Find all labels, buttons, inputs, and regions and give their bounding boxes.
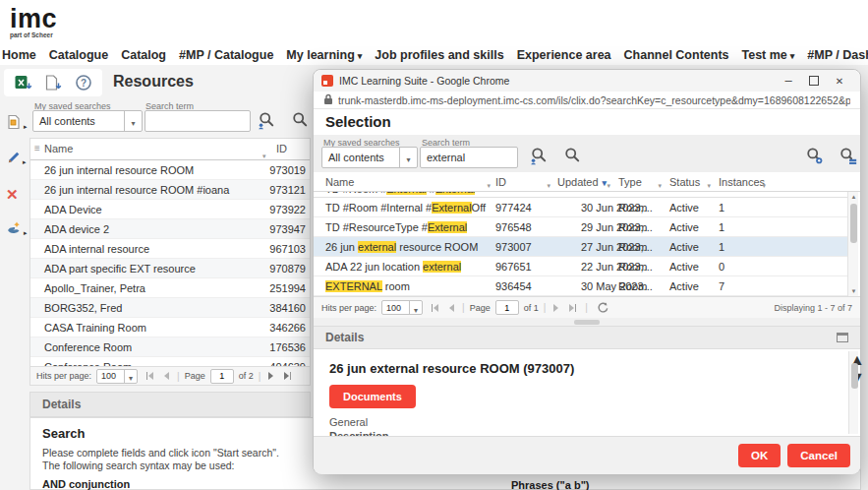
prev-page-button[interactable] xyxy=(449,304,454,312)
hits-per-page-select[interactable]: 100 xyxy=(96,369,138,384)
saved-searches-select[interactable]: All contents xyxy=(32,110,143,132)
nav-item[interactable]: Job profiles and skills xyxy=(375,48,503,62)
saved-searches-select[interactable]: All contents xyxy=(321,147,418,168)
lock-icon xyxy=(323,92,333,109)
nav-item[interactable]: Test me▾ xyxy=(742,48,795,62)
table-row[interactable]: ADA Device973922 xyxy=(30,200,310,219)
column-header-status[interactable]: Status xyxy=(669,172,711,192)
dialog-table-row[interactable]: ADA 22 jun location external96765122 Jun… xyxy=(314,257,849,276)
row-name: ADA part specific EXT resource xyxy=(44,259,196,278)
separator: | xyxy=(462,302,465,313)
start-search-icon[interactable] xyxy=(291,111,310,130)
scrollbar-thumb[interactable] xyxy=(850,204,857,243)
page-number-input[interactable] xyxy=(210,369,234,384)
table-row[interactable]: Conference Room404639 xyxy=(30,357,310,366)
first-page-button[interactable] xyxy=(431,304,438,312)
search-term-input[interactable] xyxy=(420,147,518,168)
table-row[interactable]: ADA internal resource967103 xyxy=(30,239,310,259)
scrollbar-thumb[interactable] xyxy=(851,363,858,389)
nav-item[interactable]: #MP / Dashboards▾ xyxy=(807,48,868,62)
advanced-search-icon[interactable] xyxy=(530,147,549,165)
column-header-updated[interactable]: Updated xyxy=(557,172,610,192)
dialog-table-row[interactable]: TD #ResourceType #External97654829 Jun 2… xyxy=(314,217,849,237)
table-row[interactable]: Conference Room176536 xyxy=(30,337,310,357)
ok-button[interactable]: OK xyxy=(738,444,781,467)
delete-button[interactable] xyxy=(6,177,31,213)
start-search-icon[interactable] xyxy=(563,147,582,165)
column-header-type[interactable]: Type xyxy=(618,172,662,192)
collapse-panel-icon[interactable] xyxy=(837,333,848,342)
maximize-button[interactable] xyxy=(801,72,827,90)
next-page-button[interactable] xyxy=(553,304,558,312)
table-row[interactable]: ADA part specific EXT resource970879 xyxy=(30,259,310,278)
first-page-button[interactable] xyxy=(145,372,153,380)
nav-item[interactable]: My learning▾ xyxy=(286,48,362,62)
nav-item[interactable]: Catalogue xyxy=(49,48,108,62)
column-header-name[interactable]: Name xyxy=(325,172,491,192)
hits-per-page-select[interactable]: 100 xyxy=(381,300,423,315)
table-row[interactable]: BORG352, Fred384160 xyxy=(30,298,310,318)
dialog-table-row[interactable]: EXTERNAL room93645430 May 2023...RoomAct… xyxy=(314,276,849,296)
edit-button[interactable] xyxy=(6,142,31,177)
help-icon[interactable]: ? xyxy=(74,73,93,92)
pencil-icon xyxy=(6,151,21,169)
close-button[interactable] xyxy=(827,72,852,90)
row-id: 967103 xyxy=(269,239,306,259)
dialog-table-row[interactable]: 26 jun external resource ROOM97300727 Ju… xyxy=(314,237,849,257)
row-id: 973007 xyxy=(495,237,532,257)
table-row[interactable]: ADA device 2973947 xyxy=(30,219,310,239)
row-name: Conference Room xyxy=(44,357,132,366)
window-titlebar[interactable]: IMC Learning Suite - Google Chrome xyxy=(314,70,860,92)
column-header-name[interactable]: Name xyxy=(44,143,73,154)
dialog-table-row[interactable]: TD #Room #Internal #ExternalOff97742430 … xyxy=(314,198,849,217)
column-header-id[interactable]: ID xyxy=(495,172,550,192)
excel-export-icon[interactable] xyxy=(13,73,32,92)
nav-item[interactable]: Channel Contents xyxy=(624,48,729,62)
refresh-icon[interactable] xyxy=(597,302,608,314)
nav-item[interactable]: Experience area xyxy=(517,48,611,62)
saved-search-icon[interactable] xyxy=(839,147,857,165)
prev-page-button[interactable] xyxy=(164,372,169,380)
row-type: Room xyxy=(618,237,647,257)
scroll-up-icon[interactable] xyxy=(848,192,859,202)
row-id: 976548 xyxy=(495,217,532,237)
select-caret[interactable] xyxy=(124,111,142,131)
nav-item[interactable]: Home xyxy=(2,48,36,62)
new-item-button[interactable] xyxy=(6,106,31,142)
url-bar[interactable]: trunk-masterdb.imc-ms-deployment.imc-cs.… xyxy=(314,92,860,109)
search-settings-icon[interactable] xyxy=(805,147,824,165)
table-row[interactable]: 26 jun internal resource ROOM973019 xyxy=(30,160,310,180)
column-header-instances[interactable]: Instances xyxy=(719,172,766,192)
details-section-bar[interactable]: Details xyxy=(29,392,311,417)
table-row[interactable]: 26 jun internal resource ROOM #ioana9731… xyxy=(30,180,310,200)
page-number-input[interactable] xyxy=(495,300,519,315)
hits-per-page-label: Hits per page: xyxy=(36,371,91,381)
nav-item[interactable]: #MP / Catalogue xyxy=(179,48,273,62)
document-export-icon[interactable] xyxy=(43,73,63,92)
column-header-id[interactable]: ID xyxy=(276,143,287,154)
next-page-button[interactable] xyxy=(268,372,273,380)
details-panel: 26 jun external resource ROOM (973007) D… xyxy=(314,349,860,436)
select-caret[interactable] xyxy=(399,148,417,167)
minimize-button[interactable] xyxy=(776,72,801,90)
resources-table-header[interactable]: ≡ Name ID xyxy=(30,139,310,160)
scroll-down-icon[interactable] xyxy=(848,286,859,296)
cancel-button[interactable]: Cancel xyxy=(787,444,850,467)
search-term-input[interactable] xyxy=(145,110,251,132)
search-highlight: External xyxy=(428,221,467,233)
splitter-handle-icon[interactable] xyxy=(574,320,600,325)
details-scrollbar[interactable] xyxy=(848,351,858,434)
last-page-button[interactable] xyxy=(284,372,292,380)
table-row[interactable]: CASA Training Room346266 xyxy=(30,318,310,337)
table-scrollbar[interactable] xyxy=(847,192,858,296)
last-page-button[interactable] xyxy=(569,304,577,312)
main-nav: HomeCatalogueCatalog#MP / CatalogueMy le… xyxy=(2,45,868,65)
advanced-search-icon[interactable] xyxy=(258,111,276,130)
row-instances: 1 xyxy=(719,217,724,237)
assign-button[interactable] xyxy=(6,213,31,248)
nav-item[interactable]: Catalog xyxy=(121,48,166,62)
details-section-bar[interactable]: Details xyxy=(314,326,860,349)
table-row[interactable]: Apollo_Trainer, Petra251994 xyxy=(30,278,310,298)
documents-button[interactable]: Documents xyxy=(329,385,416,408)
panel-splitter[interactable] xyxy=(314,318,860,326)
